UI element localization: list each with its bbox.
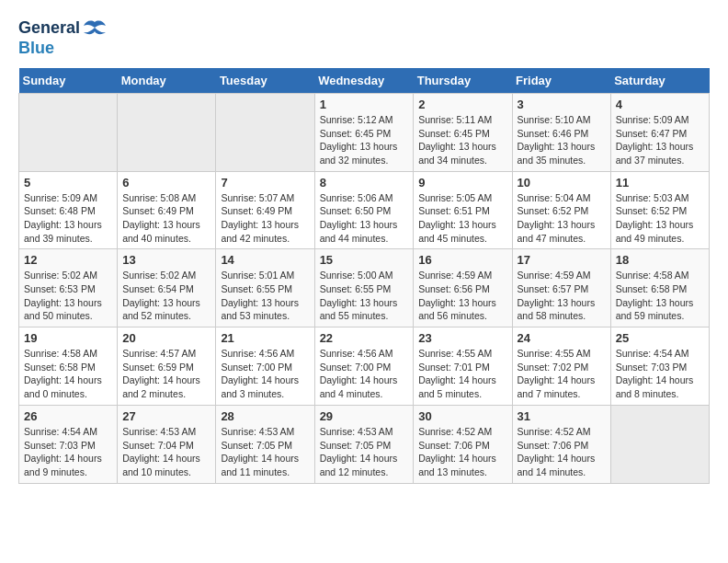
calendar-cell: 19Sunrise: 4:58 AM Sunset: 6:58 PM Dayli…: [19, 327, 118, 406]
day-info: Sunrise: 5:00 AM Sunset: 6:55 PM Dayligh…: [320, 269, 409, 323]
day-number: 16: [418, 253, 506, 267]
day-number: 29: [320, 409, 409, 423]
day-info: Sunrise: 5:05 AM Sunset: 6:51 PM Dayligh…: [418, 191, 506, 246]
day-number: 27: [122, 409, 210, 423]
day-info: Sunrise: 5:11 AM Sunset: 6:45 PM Dayligh…: [418, 113, 506, 167]
day-info: Sunrise: 4:54 AM Sunset: 7:03 PM Dayligh…: [24, 425, 112, 479]
day-number: 30: [418, 409, 506, 423]
calendar-cell: [19, 93, 118, 171]
calendar-cell: 16Sunrise: 4:59 AM Sunset: 6:56 PM Dayli…: [414, 249, 512, 327]
calendar-table: SundayMondayTuesdayWednesdayThursdayFrid…: [18, 68, 710, 484]
day-number: 1: [320, 98, 409, 111]
calendar-cell: 3Sunrise: 5:10 AM Sunset: 6:46 PM Daylig…: [512, 93, 610, 171]
calendar-cell: 6Sunrise: 5:08 AM Sunset: 6:49 PM Daylig…: [118, 171, 216, 249]
day-number: 14: [221, 253, 309, 267]
logo-bird-icon: [82, 18, 108, 39]
day-number: 21: [221, 331, 309, 345]
day-info: Sunrise: 5:03 AM Sunset: 6:52 PM Dayligh…: [616, 191, 704, 246]
day-number: 25: [616, 331, 704, 345]
weekday-header-monday: Monday: [118, 68, 216, 94]
calendar-cell: [216, 93, 314, 171]
day-number: 3: [518, 98, 606, 111]
calendar-cell: 25Sunrise: 4:54 AM Sunset: 7:03 PM Dayli…: [610, 327, 709, 406]
week-row-4: 19Sunrise: 4:58 AM Sunset: 6:58 PM Dayli…: [19, 327, 710, 406]
day-info: Sunrise: 4:55 AM Sunset: 7:01 PM Dayligh…: [418, 347, 506, 401]
calendar-cell: 20Sunrise: 4:57 AM Sunset: 6:59 PM Dayli…: [118, 327, 216, 406]
week-row-2: 5Sunrise: 5:09 AM Sunset: 6:48 PM Daylig…: [19, 171, 710, 249]
day-info: Sunrise: 4:52 AM Sunset: 7:06 PM Dayligh…: [418, 425, 506, 479]
calendar-cell: 21Sunrise: 4:56 AM Sunset: 7:00 PM Dayli…: [216, 327, 314, 406]
day-number: 31: [518, 409, 606, 423]
day-number: 11: [616, 176, 704, 190]
day-info: Sunrise: 4:58 AM Sunset: 6:58 PM Dayligh…: [616, 269, 704, 323]
logo-text: General Blue: [18, 18, 108, 59]
weekday-header-wednesday: Wednesday: [314, 68, 414, 94]
day-info: Sunrise: 5:10 AM Sunset: 6:46 PM Dayligh…: [518, 113, 606, 167]
calendar-cell: 7Sunrise: 5:07 AM Sunset: 6:49 PM Daylig…: [216, 171, 314, 249]
calendar-cell: 5Sunrise: 5:09 AM Sunset: 6:48 PM Daylig…: [19, 171, 118, 249]
day-number: 5: [24, 176, 112, 190]
calendar-cell: 15Sunrise: 5:00 AM Sunset: 6:55 PM Dayli…: [314, 249, 414, 327]
day-number: 4: [616, 98, 704, 111]
calendar-cell: 12Sunrise: 5:02 AM Sunset: 6:53 PM Dayli…: [19, 249, 118, 327]
page-header: General Blue: [18, 18, 710, 59]
calendar-cell: 30Sunrise: 4:52 AM Sunset: 7:06 PM Dayli…: [414, 405, 512, 483]
weekday-header-row: SundayMondayTuesdayWednesdayThursdayFrid…: [19, 68, 710, 94]
calendar-cell: 2Sunrise: 5:11 AM Sunset: 6:45 PM Daylig…: [414, 93, 512, 171]
day-info: Sunrise: 4:59 AM Sunset: 6:57 PM Dayligh…: [518, 269, 606, 323]
day-info: Sunrise: 4:59 AM Sunset: 6:56 PM Dayligh…: [418, 269, 506, 323]
day-info: Sunrise: 4:54 AM Sunset: 7:03 PM Dayligh…: [616, 347, 704, 401]
day-info: Sunrise: 4:52 AM Sunset: 7:06 PM Dayligh…: [518, 425, 606, 479]
weekday-header-sunday: Sunday: [19, 68, 118, 94]
day-number: 19: [24, 331, 112, 345]
weekday-header-thursday: Thursday: [414, 68, 512, 94]
logo: General Blue: [18, 18, 108, 59]
day-number: 7: [221, 176, 309, 190]
calendar-cell: 22Sunrise: 4:56 AM Sunset: 7:00 PM Dayli…: [314, 327, 414, 406]
day-number: 20: [122, 331, 210, 345]
day-number: 6: [122, 176, 210, 190]
day-number: 17: [518, 253, 606, 267]
day-number: 26: [24, 409, 112, 423]
day-info: Sunrise: 5:09 AM Sunset: 6:48 PM Dayligh…: [24, 191, 112, 246]
calendar-cell: 23Sunrise: 4:55 AM Sunset: 7:01 PM Dayli…: [414, 327, 512, 406]
day-number: 24: [518, 331, 606, 345]
day-number: 12: [24, 253, 112, 267]
calendar-cell: 4Sunrise: 5:09 AM Sunset: 6:47 PM Daylig…: [610, 93, 709, 171]
day-number: 10: [518, 176, 606, 190]
day-info: Sunrise: 4:53 AM Sunset: 7:04 PM Dayligh…: [122, 425, 210, 479]
week-row-1: 1Sunrise: 5:12 AM Sunset: 6:45 PM Daylig…: [19, 93, 710, 171]
weekday-header-friday: Friday: [512, 68, 610, 94]
calendar-cell: 11Sunrise: 5:03 AM Sunset: 6:52 PM Dayli…: [610, 171, 709, 249]
day-info: Sunrise: 4:53 AM Sunset: 7:05 PM Dayligh…: [320, 425, 409, 479]
calendar-cell: 26Sunrise: 4:54 AM Sunset: 7:03 PM Dayli…: [19, 405, 118, 483]
week-row-5: 26Sunrise: 4:54 AM Sunset: 7:03 PM Dayli…: [19, 405, 710, 483]
day-info: Sunrise: 5:02 AM Sunset: 6:53 PM Dayligh…: [24, 269, 112, 323]
day-info: Sunrise: 4:58 AM Sunset: 6:58 PM Dayligh…: [24, 347, 112, 401]
weekday-header-tuesday: Tuesday: [216, 68, 314, 94]
calendar-cell: 27Sunrise: 4:53 AM Sunset: 7:04 PM Dayli…: [118, 405, 216, 483]
calendar-cell: 31Sunrise: 4:52 AM Sunset: 7:06 PM Dayli…: [512, 405, 610, 483]
calendar-cell: 9Sunrise: 5:05 AM Sunset: 6:51 PM Daylig…: [414, 171, 512, 249]
calendar-cell: 24Sunrise: 4:55 AM Sunset: 7:02 PM Dayli…: [512, 327, 610, 406]
day-info: Sunrise: 4:53 AM Sunset: 7:05 PM Dayligh…: [221, 425, 309, 479]
day-info: Sunrise: 5:09 AM Sunset: 6:47 PM Dayligh…: [616, 113, 704, 167]
calendar-cell: 17Sunrise: 4:59 AM Sunset: 6:57 PM Dayli…: [512, 249, 610, 327]
day-info: Sunrise: 5:12 AM Sunset: 6:45 PM Dayligh…: [320, 113, 409, 167]
calendar-cell: 1Sunrise: 5:12 AM Sunset: 6:45 PM Daylig…: [314, 93, 414, 171]
day-number: 13: [122, 253, 210, 267]
day-info: Sunrise: 5:04 AM Sunset: 6:52 PM Dayligh…: [518, 191, 606, 246]
calendar-cell: [610, 405, 709, 483]
day-number: 28: [221, 409, 309, 423]
calendar-cell: 10Sunrise: 5:04 AM Sunset: 6:52 PM Dayli…: [512, 171, 610, 249]
calendar-cell: 18Sunrise: 4:58 AM Sunset: 6:58 PM Dayli…: [610, 249, 709, 327]
day-number: 22: [320, 331, 409, 345]
day-info: Sunrise: 4:56 AM Sunset: 7:00 PM Dayligh…: [221, 347, 309, 401]
day-info: Sunrise: 5:08 AM Sunset: 6:49 PM Dayligh…: [122, 191, 210, 246]
day-info: Sunrise: 5:02 AM Sunset: 6:54 PM Dayligh…: [122, 269, 210, 323]
day-info: Sunrise: 4:57 AM Sunset: 6:59 PM Dayligh…: [122, 347, 210, 401]
day-info: Sunrise: 5:06 AM Sunset: 6:50 PM Dayligh…: [320, 191, 409, 246]
calendar-cell: [118, 93, 216, 171]
calendar-cell: 14Sunrise: 5:01 AM Sunset: 6:55 PM Dayli…: [216, 249, 314, 327]
calendar-cell: 29Sunrise: 4:53 AM Sunset: 7:05 PM Dayli…: [314, 405, 414, 483]
